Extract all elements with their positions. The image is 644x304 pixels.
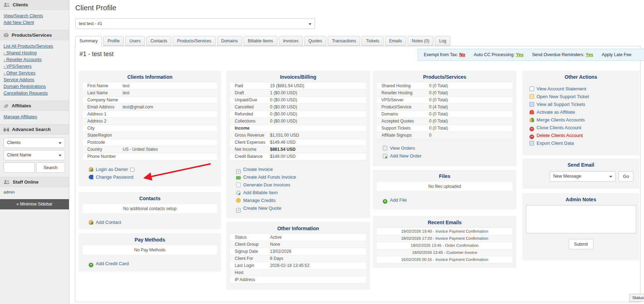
- action-link[interactable]: View all Support Tickets: [537, 102, 585, 107]
- field-value: 0 (0 Total): [429, 90, 448, 96]
- tab[interactable]: Invoices: [279, 36, 303, 46]
- flag-value-link[interactable]: No: [459, 52, 466, 57]
- action-link[interactable]: Activate as Affiliate: [537, 109, 575, 115]
- panel-title: Files: [373, 170, 516, 179]
- action-link[interactable]: View Account Statement: [537, 86, 586, 91]
- advanced-search-category-select[interactable]: Clients: [4, 138, 65, 148]
- search-button[interactable]: Search: [36, 162, 65, 173]
- pay-methods-panel: Pay Methods No Pay Methods Add Credit Ca…: [79, 233, 221, 272]
- tab-label: Contacts: [151, 38, 167, 43]
- table-row: Affiliate Signups0: [377, 132, 513, 139]
- sidebar-section-affiliates-header: Affiliates: [0, 101, 69, 111]
- panel-title: Pay Methods: [79, 233, 221, 243]
- action-link[interactable]: Change Password: [96, 174, 133, 180]
- other-actions-panel: Other Actions View Account StatementOpen…: [522, 71, 639, 155]
- sidebar-link[interactable]: Cancellation Requests: [4, 90, 65, 97]
- tab[interactable]: Billable Items: [244, 36, 277, 46]
- field-label: Client Group: [235, 241, 270, 248]
- send-email-template-select[interactable]: New Message: [550, 171, 616, 181]
- field-label: Credit Balance: [235, 153, 270, 160]
- action-link[interactable]: Merge Clients Accounts: [537, 117, 585, 123]
- action-link[interactable]: Delete Clients Account: [537, 133, 583, 138]
- tab[interactable]: Transactions: [328, 36, 360, 46]
- email-list-item[interactable]: 18/02/2026 13:45 - Order Confirmation: [377, 242, 513, 249]
- action-link[interactable]: Add Credit Card: [96, 261, 129, 266]
- action-link[interactable]: Add File: [390, 197, 407, 203]
- field-value: $149.46 USD: [270, 139, 295, 146]
- select-value: Client Name: [7, 153, 31, 157]
- table-row: IP Address: [230, 276, 366, 284]
- advanced-search-field-select[interactable]: Client Name: [4, 150, 65, 160]
- email-list-item[interactable]: 16/02/2026 00:16 - Invoice Payment Confi…: [377, 256, 513, 263]
- field-value: 0 (0 Total): [429, 83, 448, 89]
- flag-value-link[interactable]: Yes: [586, 52, 593, 57]
- action-link[interactable]: Create Add Funds Invoice: [243, 174, 296, 180]
- panel-title: Invoices/Billing: [226, 71, 370, 80]
- tab[interactable]: Quotes: [304, 36, 327, 46]
- email-list-item[interactable]: 18/02/2026 17:20 - Invoice Payment Confi…: [377, 235, 513, 242]
- sidebar-link[interactable]: View/Search Clients: [4, 13, 65, 19]
- advanced-search-input[interactable]: [4, 162, 35, 173]
- sidebar-link[interactable]: Manage Affiliates: [4, 114, 65, 120]
- action-link[interactable]: Create New Quote: [243, 205, 281, 211]
- client-selector-dropdown[interactable]: test test - #1: [75, 18, 315, 29]
- sidebar-section-clients-header: Clients: [0, 0, 69, 10]
- field-value: 13/02/2026: [270, 248, 291, 255]
- sidebar-link[interactable]: - Shared Hosting: [4, 50, 65, 56]
- sidebar-section-title: Advanced Search: [12, 127, 51, 132]
- action-link[interactable]: Close Clients Account: [537, 125, 581, 130]
- field-label: Paid: [235, 83, 270, 89]
- action-link[interactable]: Export Client Data: [537, 141, 574, 146]
- action-link[interactable]: Generate Due Invoices: [243, 182, 290, 187]
- table-row: VPS/Server0 (0 Total): [377, 97, 513, 104]
- flag-value-link[interactable]: Yes: [516, 52, 524, 57]
- field-label: VPS/Server: [381, 97, 429, 103]
- tab[interactable]: Products/Services: [173, 36, 216, 46]
- send-email-panel: Send Email New Message Go: [522, 159, 639, 189]
- table-row: First Nametest: [83, 83, 217, 90]
- tab[interactable]: Profile: [103, 36, 124, 46]
- admin-notes-submit-button[interactable]: Submit: [569, 239, 593, 249]
- field-value: 0 ($0.00 USD): [270, 104, 297, 111]
- field-value: $148.00 USD: [270, 153, 295, 160]
- select-value: test test - #1: [79, 21, 102, 26]
- field-label: Company Name: [87, 97, 123, 103]
- email-list-item[interactable]: 18/02/2026 13:45 - Customer Invoice: [377, 249, 513, 256]
- panel-title: Admin Notes: [522, 193, 639, 202]
- tab-label: Emails: [389, 38, 402, 43]
- action-link[interactable]: Login as Owner: [96, 167, 128, 172]
- sidebar-link[interactable]: Add New Client: [4, 19, 65, 26]
- tab[interactable]: Domains: [217, 36, 242, 46]
- action-link[interactable]: Add Contact: [96, 220, 121, 225]
- action-link[interactable]: Open New Support Ticket: [537, 94, 589, 99]
- action-link[interactable]: Add New Order: [390, 153, 422, 159]
- sidebar-link[interactable]: - Other Services: [4, 70, 65, 77]
- action-link[interactable]: Manage Credits: [243, 198, 276, 203]
- tab[interactable]: Log: [435, 36, 450, 46]
- admin-notes-textarea[interactable]: [526, 205, 636, 233]
- sidebar-link[interactable]: List All Products/Services: [4, 43, 65, 50]
- email-list-item[interactable]: 19/02/2026 19:40 - Invoice Payment Confi…: [377, 228, 513, 235]
- field-label: Cancelled: [235, 104, 270, 111]
- invoices-billing-actions: Create InvoiceCreate Add Funds InvoiceGe…: [236, 165, 370, 212]
- flag-label: Send Overdue Reminders:: [532, 52, 584, 57]
- table-row: Domains0 (0 Total): [377, 111, 513, 118]
- minimise-sidebar-button[interactable]: « Minimise Sidebar: [0, 199, 69, 209]
- action-link[interactable]: Add Billable Item: [243, 190, 278, 195]
- tab[interactable]: Tickets: [362, 36, 384, 46]
- action-link[interactable]: View Orders: [390, 145, 415, 151]
- sidebar-link[interactable]: Domain Registrations: [4, 83, 65, 90]
- tab[interactable]: Emails: [385, 36, 406, 46]
- tab[interactable]: Notes (0): [408, 36, 433, 46]
- table-row: City: [83, 125, 217, 132]
- staff-online-list: admin: [0, 187, 69, 199]
- sidebar-link[interactable]: - Reseller Accounts: [4, 56, 65, 63]
- tab-label: Summary: [80, 38, 98, 43]
- action-link[interactable]: Create Invoice: [243, 167, 273, 172]
- tab[interactable]: Summary: [75, 36, 102, 46]
- send-email-go-button[interactable]: Go: [619, 171, 633, 181]
- sidebar-link[interactable]: - VPS/Servers: [4, 63, 65, 70]
- sidebar-link[interactable]: Service Addons: [4, 77, 65, 83]
- tab[interactable]: Contacts: [146, 36, 171, 46]
- tab[interactable]: Users: [125, 36, 145, 46]
